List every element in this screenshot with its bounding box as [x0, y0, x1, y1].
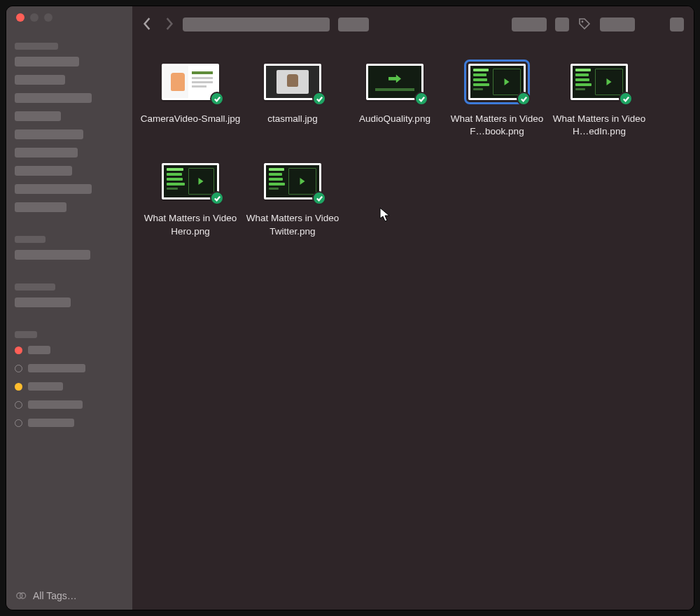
sidebar-section-heading	[15, 43, 58, 50]
file-content-area[interactable]: CameraVideo-Small.jpgctasmall.jpgAudioQu…	[132, 43, 694, 610]
sidebar-item[interactable]	[15, 111, 61, 121]
window-controls	[16, 13, 124, 22]
file-thumbnail[interactable]	[360, 57, 430, 107]
toolbar-item-1[interactable]	[338, 18, 369, 31]
sidebar-tag-item[interactable]	[15, 382, 124, 391]
tag-label	[28, 364, 85, 372]
sidebar-tag-item[interactable]	[15, 400, 124, 410]
tag-label	[28, 400, 83, 409]
sidebar-tag-item[interactable]	[15, 363, 124, 373]
file-item[interactable]: AudioQuality.png	[344, 57, 446, 138]
file-name-label: AudioQuality.png	[359, 113, 430, 125]
sidebar: All Tags…	[6, 6, 132, 610]
file-item[interactable]: ctasmall.jpg	[241, 57, 344, 138]
main-area: CameraVideo-Small.jpgctasmall.jpgAudioQu…	[132, 6, 694, 610]
file-thumbnail[interactable]	[155, 156, 225, 206]
file-thumbnail[interactable]	[258, 57, 328, 107]
all-tags-icon	[16, 592, 27, 600]
sidebar-item[interactable]	[15, 130, 83, 139]
all-tags-label: All Tags…	[33, 590, 77, 601]
file-name-label: What Matters in Video H…edIn.png	[549, 113, 650, 138]
sync-check-icon	[414, 92, 428, 106]
sidebar-section-heading	[15, 284, 55, 290]
action-button[interactable]	[600, 18, 635, 31]
sync-check-icon	[619, 92, 633, 106]
tag-color-dot	[15, 365, 22, 372]
file-item[interactable]: What Matters in Video Twitter.png	[241, 156, 344, 237]
file-thumbnail[interactable]	[258, 156, 328, 206]
sidebar-tags-heading	[15, 331, 37, 338]
sidebar-item[interactable]	[15, 166, 72, 176]
minimize-window-button[interactable]	[30, 13, 38, 22]
svg-point-1	[20, 593, 26, 598]
sidebar-item[interactable]	[15, 75, 65, 85]
sidebar-item[interactable]	[15, 148, 78, 158]
search-button[interactable]	[670, 18, 684, 31]
nav-arrows	[142, 18, 174, 32]
tag-label	[28, 419, 74, 427]
sidebar-item[interactable]	[15, 250, 90, 260]
all-tags-button[interactable]: All Tags…	[15, 587, 124, 604]
file-thumbnail[interactable]	[155, 57, 225, 107]
sidebar-section-heading	[15, 236, 46, 243]
sidebar-item[interactable]	[15, 57, 79, 66]
file-name-label: What Matters in Video F…book.png	[447, 113, 547, 138]
svg-point-2	[582, 20, 584, 22]
file-item[interactable]: CameraVideo-Small.jpg	[139, 57, 241, 138]
sync-check-icon	[312, 92, 326, 106]
folder-title[interactable]	[183, 18, 330, 31]
file-thumbnail[interactable]	[462, 57, 532, 107]
finder-window: All Tags… Ca	[6, 6, 694, 610]
zoom-window-button[interactable]	[44, 13, 52, 22]
tag-color-dot	[15, 383, 22, 391]
file-name-label: CameraVideo-Small.jpg	[141, 113, 240, 125]
forward-button[interactable]	[164, 18, 174, 32]
back-button[interactable]	[142, 18, 152, 32]
tag-edit-button[interactable]	[578, 17, 592, 33]
file-item[interactable]: What Matters in Video H…edIn.png	[548, 57, 650, 138]
toolbar	[132, 6, 694, 43]
sidebar-item[interactable]	[15, 184, 92, 194]
sync-check-icon	[210, 92, 224, 106]
tag-label	[28, 346, 50, 354]
tag-color-dot	[15, 401, 22, 409]
sync-check-icon	[517, 92, 531, 106]
sidebar-tag-item[interactable]	[15, 418, 124, 428]
file-thumbnail[interactable]	[564, 57, 634, 107]
sidebar-item[interactable]	[15, 298, 71, 307]
sidebar-item[interactable]	[15, 93, 92, 103]
group-button[interactable]	[555, 18, 569, 31]
tag-label	[28, 382, 63, 391]
file-grid: CameraVideo-Small.jpgctasmall.jpgAudioQu…	[139, 57, 687, 238]
sidebar-tag-item[interactable]	[15, 345, 124, 355]
file-name-label: What Matters in Video Hero.png	[140, 212, 241, 237]
file-name-label: What Matters in Video Twitter.png	[242, 212, 343, 237]
sync-check-icon	[210, 191, 224, 205]
file-item[interactable]: What Matters in Video Hero.png	[139, 156, 241, 237]
close-window-button[interactable]	[16, 13, 24, 22]
view-mode-button[interactable]	[512, 18, 547, 31]
tag-color-dot	[15, 419, 22, 427]
tag-color-dot	[15, 346, 22, 354]
file-name-label: ctasmall.jpg	[267, 113, 317, 125]
file-item[interactable]: What Matters in Video F…book.png	[446, 57, 548, 138]
sync-check-icon	[312, 191, 326, 205]
sidebar-item[interactable]	[15, 202, 66, 212]
